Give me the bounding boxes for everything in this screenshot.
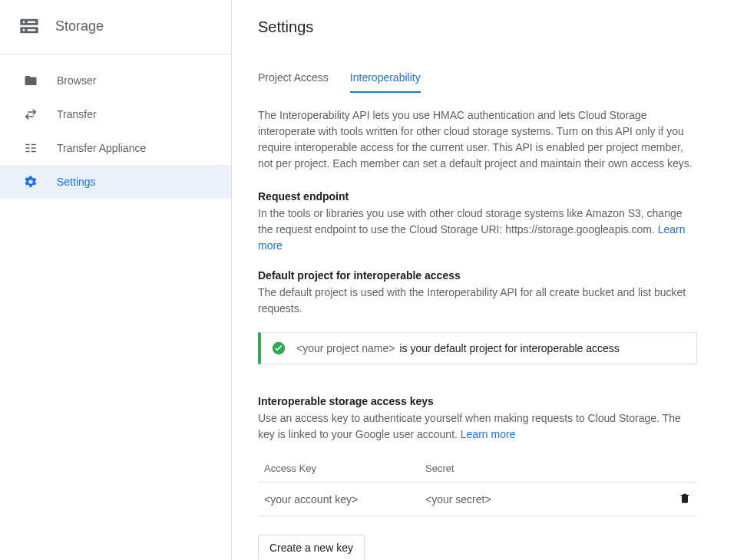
endpoint-desc: In the tools or libraries you use with o… [258, 206, 697, 254]
svg-rect-8 [25, 151, 29, 153]
delete-key-button[interactable] [668, 492, 691, 506]
service-title: Storage [55, 18, 104, 35]
transfer-icon [23, 107, 38, 122]
col-header-actions [668, 463, 691, 474]
page-title: Settings [258, 18, 721, 36]
svg-rect-7 [25, 147, 29, 149]
keys-learn-more-link[interactable]: Learn more [461, 428, 516, 440]
col-header-access-key: Access Key [264, 463, 425, 474]
default-project-desc: The default project is used with the Int… [258, 285, 697, 317]
tab-interoperability[interactable]: Interoperability [350, 71, 421, 93]
sidebar-header: Storage [0, 0, 231, 54]
svg-rect-11 [31, 151, 36, 153]
tab-project-access[interactable]: Project Access [258, 71, 329, 93]
keys-table-header: Access Key Secret [258, 455, 697, 483]
default-project-title: Default project for interoperable access [258, 269, 697, 282]
sidebar-item-transfer-appliance[interactable]: Transfer Appliance [0, 131, 231, 165]
cell-secret: <your secret> [425, 493, 668, 506]
svg-rect-4 [28, 21, 35, 23]
table-row: <your account key> <your secret> [258, 483, 697, 516]
tabs: Project Access Interoperability [232, 51, 747, 94]
keys-title: Interoperable storage access keys [258, 395, 697, 407]
main-panel: Settings Project Access Interoperability… [232, 0, 747, 560]
folder-icon [23, 73, 38, 88]
sidebar-item-label: Transfer [57, 108, 97, 120]
trash-icon [679, 492, 691, 506]
default-project-info-text: is your default project for interoperabl… [399, 342, 619, 354]
svg-rect-6 [25, 144, 29, 146]
sidebar-item-settings[interactable]: Settings [0, 165, 231, 199]
col-header-secret: Secret [425, 463, 668, 474]
intro-text: The Interoperability API lets you use HM… [258, 107, 697, 172]
sidebar-item-browser[interactable]: Browser [0, 64, 231, 97]
sidebar: Storage Browser Transfer Transfer Applia… [0, 0, 232, 560]
svg-point-3 [23, 29, 25, 31]
endpoint-title: Request endpoint [258, 190, 697, 203]
main-header: Settings [232, 0, 747, 51]
sidebar-item-label: Transfer Appliance [57, 142, 146, 154]
sidebar-item-label: Settings [57, 176, 96, 188]
project-name-placeholder: <your project name> [296, 342, 395, 354]
svg-point-2 [23, 21, 25, 23]
gear-icon [23, 174, 38, 189]
keys-table: Access Key Secret <your account key> <yo… [258, 455, 697, 516]
svg-rect-9 [31, 144, 36, 146]
default-project-info-box: <your project name> is your default proj… [258, 332, 697, 364]
tab-content: The Interoperability API lets you use HM… [232, 94, 723, 560]
create-key-button[interactable]: Create a new key [258, 535, 365, 560]
appliance-icon [23, 140, 38, 156]
sidebar-nav: Browser Transfer Transfer Appliance Sett… [0, 54, 231, 199]
storage-icon [18, 15, 40, 37]
cell-access-key: <your account key> [264, 493, 425, 506]
endpoint-desc-text: In the tools or libraries you use with o… [258, 207, 683, 236]
sidebar-item-transfer[interactable]: Transfer [0, 97, 231, 131]
check-circle-icon [272, 341, 286, 355]
sidebar-item-label: Browser [57, 74, 96, 87]
keys-desc: Use an access key to authenticate yourse… [258, 410, 697, 443]
svg-rect-5 [28, 29, 35, 31]
svg-rect-10 [31, 147, 36, 149]
